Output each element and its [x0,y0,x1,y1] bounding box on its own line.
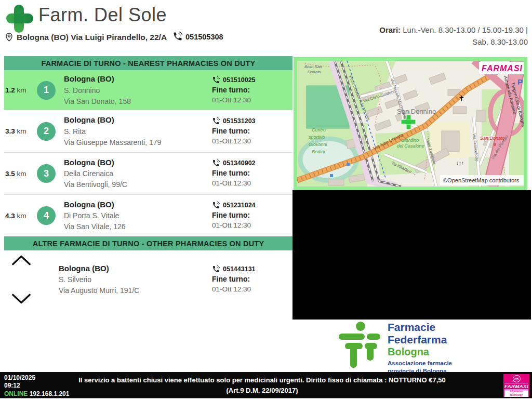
row-phone: 051340902 [223,158,256,168]
parking-icon: P [517,77,523,86]
pharmacy-name: Di Porta S. Vitale [64,210,212,221]
rank-badge: 1 [37,81,56,100]
map-label: Giardino [401,138,419,143]
federfarma-symbol-icon [338,321,381,369]
location-pin-icon [4,31,14,43]
map-container[interactable]: Bivio San Donato Pista ciclabile Ada Mas… [294,57,527,190]
chevron-down-icon [11,293,31,304]
fine-turno-value: 01-Ott 12:30 [212,220,292,231]
pharmacy-phone: 051505308 [185,33,223,41]
row-phone: 051510025 [223,75,256,85]
other-pharmacy-row[interactable]: Bologna (BO) S. Silverio Via Augusto Mur… [4,250,292,309]
pharmacy-street: Via San Vitale, 126 [64,221,212,232]
status-date: 01/10/2025 [4,374,69,382]
map-attribution: ©OpenStreetMap contributors [443,177,520,183]
rank-badge: 2 [37,122,56,141]
opening-hours: Orari: Lun.-Ven. 8.30-13.00 / 15.00-19.3… [356,24,528,48]
pharmacy-row-4[interactable]: 4.3 km 4 Bologna (BO) Di Porta S. Vitale… [4,194,292,236]
map-label: Bertini [312,149,326,154]
rank-badge: 4 [37,206,56,225]
map-label: 9 [494,142,496,147]
others-section-header: ALTRE FARMACIE DI TURNO - OTHER PHARMACI… [4,236,292,250]
row-phone: 051443131 [223,264,256,274]
distance: 1.2 km [4,86,33,94]
online-badge: ONLINE [4,390,28,397]
pharmacy-row-3[interactable]: 3.5 km 3 Bologna (BO) Della Cirenaica Vi… [4,152,292,194]
map-label: San Donnino [397,108,436,115]
farmasi-25-badge: 25 [513,375,521,382]
map-label: del Casalone [397,143,424,149]
phone-icon [212,201,220,209]
map-label: Giovanni [309,142,328,147]
map-label: sportivo [309,135,325,140]
pharmacy-row-1[interactable]: 1.2 km 1 Bologna (BO) S. Donnino Via San… [4,70,292,110]
pharmacy-street: Via Augusto Murri, 191/C [59,285,212,296]
map-label: Bivio San [304,64,322,69]
hours-label: Orari: [379,25,401,34]
farmasi-logo-name: FARMASI [504,383,528,390]
row-phone: 051231024 [223,201,256,210]
fine-turno-label: Fine turno: [212,85,292,95]
nearest-section-header: FARMACIE DI TURNO - NEAREST PHARMACIES O… [4,56,292,70]
map-label: Centro [312,127,326,132]
rank-badge: 3 [37,164,56,183]
pharmacy-cross-logo [4,3,34,33]
ip-address: 192.168.1.201 [28,390,69,397]
scroll-up-button[interactable] [11,255,31,266]
osm-map: Bivio San Donato Pista ciclabile Ada Mas… [297,61,524,187]
fine-turno-label: Fine turno: [212,274,292,284]
pharmacy-city: Bologna (BO) [64,199,212,211]
distance: 3.5 km [4,170,33,178]
distance: 4.3 km [4,212,33,220]
service-notice: Il servizio a battenti chiusi viene effe… [78,375,446,395]
pharmacy-city: Bologna (BO) [64,73,212,85]
fine-turno-label: Fine turno: [212,126,292,136]
phone-icon [212,159,220,167]
pharmacy-name: S. Rita [64,126,212,137]
farmasi-watermark: FARMASI [482,64,523,73]
pharmacy-city: Bologna (BO) [64,114,212,126]
distance: 3.3 km [4,127,33,135]
scroll-down-button[interactable] [11,293,31,304]
map-label: San Donato [480,136,505,141]
pharmacy-address: Bologna (BO) Via Luigi Pirandello, 22/A [17,33,167,42]
pharmacy-street: Via Giuseppe Massarenti, 179 [64,137,212,148]
fine-turno-value: 01-Ott 12:30 [212,136,292,147]
federfarma-line3: Bologna [388,346,452,358]
system-status: 01/10/2025 09:12 ONLINE 192.168.1.201 [4,374,69,398]
fine-turno-label: Fine turno: [212,168,292,178]
pharmacy-city: Bologna (BO) [64,157,212,169]
phone-icon [212,265,220,273]
fine-turno-value: 01-Ott 12:30 [212,95,292,105]
federfarma-logo: Farmacie Federfarma Bologna Associazione… [338,321,452,375]
federfarma-line1: Farmacie [388,321,452,334]
pharmacy-street: Via San Donato, 158 [64,96,212,107]
pharmacy-row-2[interactable]: 3.3 km 2 Bologna (BO) S. Rita Via Giusep… [4,110,292,152]
farmasi-logo-tagline: information technology [504,390,528,397]
chevron-up-icon [11,255,31,266]
phone-icon [172,31,183,42]
phone-icon [212,117,220,125]
pharmacy-name: S. Silverio [59,274,212,285]
farmasi-logo: 25 FARMASI information technology [503,374,529,397]
fine-turno-label: Fine turno: [212,210,292,220]
pharmacy-name: S. Donnino [64,85,212,96]
status-bar: 01/10/2025 09:12 ONLINE 192.168.1.201 Il… [0,372,532,399]
oneway-arrows: ↓↑↑ [456,160,464,166]
status-time: 09:12 [4,382,69,390]
pharmacy-city: Bologna (BO) [59,263,212,275]
pharmacies-panel: FARMACIE DI TURNO - NEAREST PHARMACIES O… [4,56,292,309]
pharmacy-name: Della Cirenaica [64,168,212,179]
map-label: Donato [308,70,321,74]
federfarma-line2: Federfarma [388,334,452,346]
row-phone: 051531203 [223,116,256,126]
church-icon: ✝ [458,94,465,103]
page-title: Farm. Del Sole [38,4,167,26]
phone-icon [212,76,220,84]
pharmacy-street: Via Bentivogli, 99/C [64,179,212,190]
media-placeholder [292,190,531,320]
fine-turno-value: 01-Ott 12:30 [212,284,292,295]
fine-turno-value: 01-Ott 12:30 [212,178,292,189]
